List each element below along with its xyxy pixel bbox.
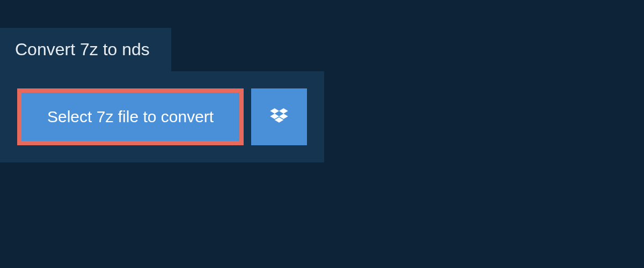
- page-title: Convert 7z to nds: [15, 40, 150, 59]
- page-title-tab: Convert 7z to nds: [0, 28, 171, 71]
- upload-panel: Select 7z file to convert: [0, 71, 324, 162]
- dropbox-icon: [268, 106, 290, 129]
- select-file-label: Select 7z file to convert: [47, 108, 214, 125]
- dropbox-button[interactable]: [251, 88, 307, 145]
- select-file-button[interactable]: Select 7z file to convert: [17, 88, 244, 145]
